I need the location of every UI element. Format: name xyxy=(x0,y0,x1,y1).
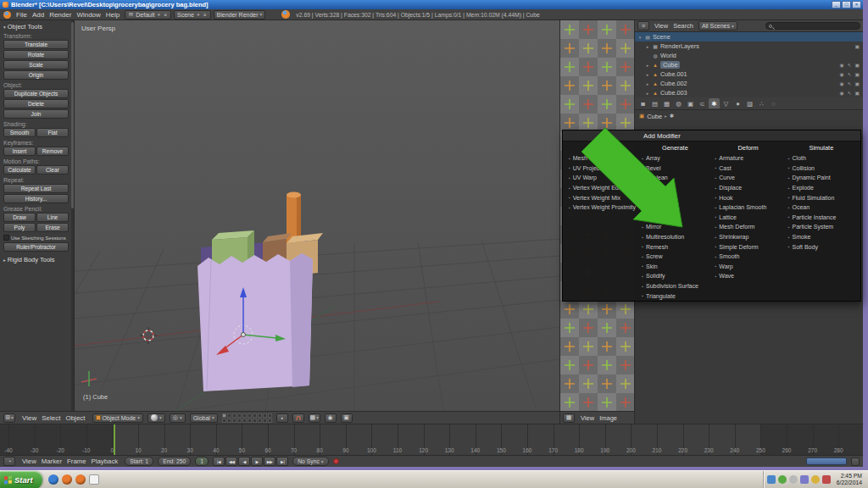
start-button[interactable]: Start xyxy=(0,471,42,488)
outliner-row-cube[interactable]: ▸▲Cube◉↖▣ xyxy=(635,60,863,69)
expand-icon[interactable] xyxy=(645,53,650,58)
repeat-last-button[interactable]: Repeat Last xyxy=(3,184,69,193)
timeline-menu-playback[interactable]: Playback xyxy=(89,458,121,465)
modifier-item-bevel[interactable]: ▪Bevel xyxy=(638,164,711,174)
internet-explorer-icon[interactable] xyxy=(48,474,58,485)
timeline-ruler[interactable]: -40-30-20-100102030405060708090100110120… xyxy=(0,424,863,455)
antivirus-tray-icon[interactable] xyxy=(778,475,787,484)
outliner-row-renderlayers[interactable]: ▸▦RenderLayers▣ xyxy=(635,42,863,51)
frame-start-field[interactable]: Start: 1 xyxy=(125,457,153,466)
jump-to-start-button[interactable]: |◀ xyxy=(213,457,225,466)
tool-shelf-scrollbar[interactable] xyxy=(71,20,74,411)
render-opengl-anim-button[interactable]: ▣ xyxy=(341,413,353,423)
layer-toggle[interactable] xyxy=(237,419,242,423)
cursor-icon[interactable]: ↖ xyxy=(848,63,852,68)
info-menu-window[interactable]: Window xyxy=(74,11,103,19)
delete-button[interactable]: Delete xyxy=(3,99,69,108)
unlink-scene-button[interactable]: × xyxy=(203,12,208,18)
modifier-item-particle-instance[interactable]: ▪Particle Instance xyxy=(785,213,858,223)
info-menu-file[interactable]: File xyxy=(14,11,30,19)
outliner-row-cube-003[interactable]: ▸▲Cube.003◉↖▣ xyxy=(635,88,863,97)
snap-element-button[interactable]: ▦▾ xyxy=(309,413,320,423)
modifier-item-fluid-simulation[interactable]: ▪Fluid Simulation xyxy=(785,192,858,202)
outliner-type-button[interactable]: ≡ xyxy=(637,21,649,30)
modifier-item-mask[interactable]: ▪Mask xyxy=(638,213,711,223)
eye-icon[interactable]: ◉ xyxy=(840,81,844,86)
add-layout-button[interactable]: + xyxy=(156,12,161,18)
line-button[interactable]: Line xyxy=(36,213,69,222)
texture-tab-icon[interactable]: ▨ xyxy=(744,98,755,108)
material-tab-icon[interactable]: ● xyxy=(732,98,743,108)
camera-icon[interactable]: ▣ xyxy=(855,91,860,96)
duplicate-objects-button[interactable]: Duplicate Objects xyxy=(3,89,69,98)
modifier-item-vertex-weight-mix[interactable]: ▪Vertex Weight Mix xyxy=(565,192,638,202)
outliner-menu-search[interactable]: Search xyxy=(670,22,696,30)
expand-icon[interactable]: ▸ xyxy=(645,63,650,68)
layer-toggle[interactable] xyxy=(268,413,272,418)
view3d-menu-view[interactable]: View xyxy=(19,414,39,422)
outliner-row-scene[interactable]: ▾▤Scene xyxy=(635,32,863,42)
modifier-item-build[interactable]: ▪Build xyxy=(638,183,711,193)
modifier-item-vertex-weight-proximity[interactable]: ▪Vertex Weight Proximity xyxy=(565,202,638,213)
modifier-item-wave[interactable]: ▪Wave xyxy=(712,271,785,281)
info-menu-render[interactable]: Render xyxy=(47,11,74,19)
render-tab-icon[interactable]: ◙ xyxy=(637,98,648,108)
object-data-tab-icon[interactable]: ▽ xyxy=(721,98,732,108)
modifier-item-lattice[interactable]: ▪Lattice xyxy=(712,213,785,223)
rotate-button[interactable]: Rotate xyxy=(3,50,69,59)
expand-icon[interactable]: ▸ xyxy=(645,44,650,49)
expand-icon[interactable]: ▸ xyxy=(645,91,650,96)
flat-button[interactable]: Flat xyxy=(36,128,69,137)
modifier-item-remesh[interactable]: ▪Remesh xyxy=(638,241,711,252)
camera-icon[interactable]: ▣ xyxy=(855,72,860,77)
object-tools-panel-header[interactable]: ▾ Object Tools xyxy=(3,23,69,30)
modifier-item-soft-body[interactable]: ▪Soft Body xyxy=(785,241,858,252)
viewport-3d[interactable]: User Persp (1) Cube xyxy=(75,20,559,411)
taskbar-clock[interactable]: 2:45 PM 6/22/2014 xyxy=(833,473,865,486)
world-tab-icon[interactable]: ◍ xyxy=(673,98,684,108)
draw-button[interactable]: Draw xyxy=(3,213,36,222)
modifier-item-displace[interactable]: ▪Displace xyxy=(712,183,785,193)
eye-icon[interactable]: ◉ xyxy=(840,63,844,68)
delete-layout-button[interactable]: × xyxy=(163,12,168,18)
scale-button[interactable]: Scale xyxy=(3,60,69,69)
keyframe-icon[interactable] xyxy=(851,458,860,466)
layer-toggle[interactable] xyxy=(227,413,231,418)
layer-toggle[interactable] xyxy=(258,419,262,423)
modifier-item-laplacian-smooth[interactable]: ▪Laplacian Smooth xyxy=(712,202,785,213)
history-button[interactable]: History... xyxy=(3,194,69,203)
uv-menu-view[interactable]: View xyxy=(578,414,597,422)
modifier-item-array[interactable]: ▪Array xyxy=(638,153,711,164)
outliner-row-world[interactable]: ◍World xyxy=(635,51,863,60)
render-layers-tab-icon[interactable]: ▦ xyxy=(661,98,672,108)
add-scene-button[interactable]: + xyxy=(196,12,201,18)
outliner-row-cube-002[interactable]: ▸▲Cube.002◉↖▣ xyxy=(635,79,863,88)
view3d-menu-select[interactable]: Select xyxy=(39,414,63,422)
firefox-2-icon[interactable] xyxy=(75,474,86,485)
smooth-button[interactable]: Smooth xyxy=(3,128,36,137)
expand-icon[interactable]: ▾ xyxy=(637,35,643,40)
modifier-item-simple-deform[interactable]: ▪Simple Deform xyxy=(712,241,785,252)
use-sketching-sessions-checkbox[interactable]: Use Sketching Sessions xyxy=(3,235,69,241)
translate-button[interactable]: Translate xyxy=(3,40,69,49)
object-tab-icon[interactable]: ▣ xyxy=(685,98,696,108)
modifier-item-vertex-weight-edit[interactable]: ▪Vertex Weight Edit xyxy=(565,183,638,193)
jump-to-next-keyframe-button[interactable]: ▶▶ xyxy=(264,457,275,466)
notepad-icon[interactable] xyxy=(89,474,99,485)
camera-icon[interactable]: ▣ xyxy=(855,63,860,68)
modifier-item-ocean[interactable]: ▪Ocean xyxy=(785,202,858,213)
layer-toggle[interactable] xyxy=(248,413,252,418)
join-button[interactable]: Join xyxy=(3,109,69,119)
info-menu-add[interactable]: Add xyxy=(30,11,47,19)
timeline-menu-view[interactable]: View xyxy=(19,458,39,465)
layer-toggle[interactable] xyxy=(232,413,236,418)
record-button[interactable] xyxy=(333,458,339,464)
sync-mode-select[interactable]: No Sync ▾ xyxy=(292,457,328,466)
eye-icon[interactable]: ◉ xyxy=(840,91,844,96)
info-menu-help[interactable]: Help xyxy=(103,11,122,19)
modifier-item-dynamic-paint[interactable]: ▪Dynamic Paint xyxy=(785,173,858,183)
viewport-shading-select[interactable]: ▾ xyxy=(147,413,165,423)
camera-icon[interactable]: ▣ xyxy=(855,44,860,49)
add-modifier-button[interactable]: Add Modifier xyxy=(563,130,860,141)
modifier-item-particle-system[interactable]: ▪Particle System xyxy=(785,222,858,232)
